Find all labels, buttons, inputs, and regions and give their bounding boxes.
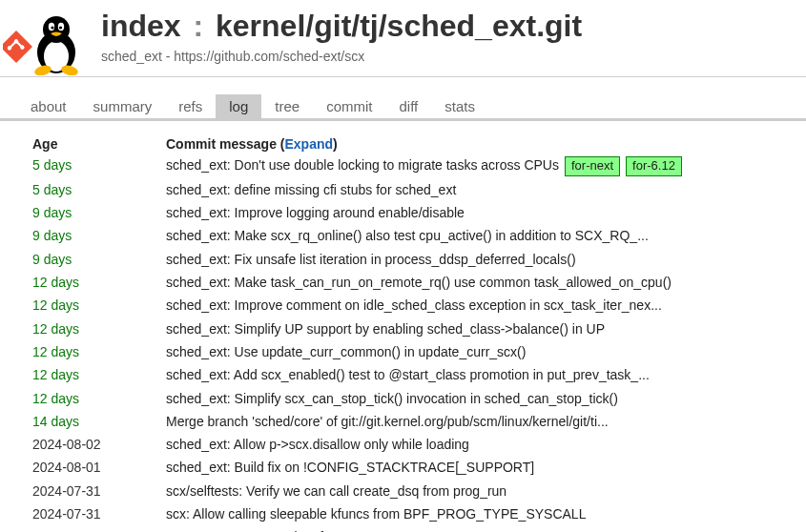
logo[interactable] [0, 8, 92, 76]
table-row: 5 dayssched_ext: define missing cfi stub… [32, 178, 783, 201]
commit-age[interactable]: 2024-07-31 [32, 502, 166, 525]
commit-message[interactable]: scx: Allow calling sleepable kfuncs from… [166, 502, 783, 525]
commit-age[interactable]: 2024-08-01 [32, 456, 166, 479]
repo-subtitle: sched_ext - https://github.com/sched-ext… [92, 43, 806, 64]
commit-message[interactable]: sched_ext: Fix unsafe list iteration in … [166, 248, 783, 271]
commit-age[interactable]: 9 days [32, 224, 166, 247]
tab-diff[interactable]: diff [385, 94, 431, 118]
commit-message-header: Commit message (Expand) [166, 134, 783, 153]
tab-commit[interactable]: commit [313, 94, 385, 118]
commit-message[interactable]: sched_ext: Build fix on !CONFIG_STACKTRA… [166, 456, 783, 479]
svg-point-12 [59, 26, 62, 29]
commit-message[interactable]: sched_ext: Simplify scx_can_stop_tick() … [166, 387, 783, 410]
tab-stats[interactable]: stats [431, 94, 488, 118]
commit-message[interactable]: Merge branch 'sched/core' of git://git.k… [166, 410, 783, 433]
commit-message[interactable]: sched_ext: Simplify UP support by enabli… [166, 317, 783, 340]
table-row: 9 dayssched_ext: Make scx_rq_online() al… [32, 224, 783, 247]
commit-message[interactable]: sched_ext: Make task_can_run_on_remote_r… [166, 271, 783, 294]
commit-message[interactable]: Merge tag 'v6.11-rc1' into for-6.12 [166, 525, 783, 532]
table-row: 14 daysMerge branch 'sched/core' of git:… [32, 410, 783, 433]
tab-about[interactable]: about [17, 94, 80, 118]
commit-message[interactable]: sched_ext: Add scx_enabled() test to @st… [166, 363, 783, 386]
commit-message[interactable]: sched_ext: Allow p->scx.disallow only wh… [166, 433, 783, 456]
svg-rect-0 [3, 31, 32, 63]
table-row: 12 dayssched_ext: Simplify scx_can_stop_… [32, 387, 783, 410]
tab-summary[interactable]: summary [80, 94, 166, 118]
svg-point-8 [43, 16, 70, 43]
commit-age[interactable]: 2024-07-30 [32, 525, 166, 532]
table-row: 9 dayssched_ext: Improve logging around … [32, 201, 783, 224]
table-row: 2024-07-31scx: Allow calling sleepable k… [32, 502, 783, 525]
index-link[interactable]: index [101, 9, 181, 43]
commit-age[interactable]: 12 days [32, 387, 166, 410]
commit-message[interactable]: sched_ext: Use update_curr_common() in u… [166, 340, 783, 363]
commit-age[interactable]: 14 days [32, 410, 166, 433]
commit-age[interactable]: 5 days [32, 178, 166, 201]
commit-age[interactable]: 9 days [32, 201, 166, 224]
commit-age[interactable]: 2024-07-31 [32, 480, 166, 502]
table-row: 2024-07-31scx/selftests: Verify we can c… [32, 480, 783, 502]
title-colon: : [189, 9, 207, 43]
table-row: 2024-08-01sched_ext: Build fix on !CONFI… [32, 456, 783, 479]
table-row: 2024-08-02sched_ext: Allow p->scx.disall… [32, 433, 783, 456]
commit-age[interactable]: 12 days [32, 294, 166, 317]
commit-age[interactable]: 12 days [32, 340, 166, 363]
commit-message[interactable]: sched_ext: define missing cfi stubs for … [166, 178, 783, 201]
table-row: 5 dayssched_ext: Don't use double lockin… [32, 153, 783, 178]
commit-age[interactable]: 9 days [32, 248, 166, 271]
header-content: index : kernel/git/tj/sched_ext.git sche… [92, 8, 806, 72]
commit-message[interactable]: sched_ext: Improve comment on idle_sched… [166, 294, 783, 317]
svg-point-11 [51, 26, 53, 29]
tab-refs[interactable]: refs [165, 94, 216, 118]
commit-message[interactable]: sched_ext: Make scx_rq_online() also tes… [166, 224, 783, 247]
table-row: 12 dayssched_ext: Use update_curr_common… [32, 340, 783, 363]
commit-message[interactable]: scx/selftests: Verify we can call create… [166, 480, 783, 502]
branch-tag[interactable]: for-6.12 [626, 156, 682, 176]
branch-tag[interactable]: for-next [565, 156, 620, 176]
repo-name[interactable]: kernel/git/tj/sched_ext.git [216, 9, 582, 43]
table-row: 2024-07-30Merge tag 'v6.11-rc1' into for… [32, 525, 783, 532]
table-row: 12 dayssched_ext: Make task_can_run_on_r… [32, 271, 783, 294]
commit-age[interactable]: 5 days [32, 153, 166, 178]
commit-age[interactable]: 2024-08-02 [32, 433, 166, 456]
table-row: 12 dayssched_ext: Improve comment on idl… [32, 294, 783, 317]
tab-log[interactable]: log [216, 94, 261, 118]
page-header: index : kernel/git/tj/sched_ext.git sche… [0, 0, 806, 77]
table-row: 9 dayssched_ext: Fix unsafe list iterati… [32, 248, 783, 271]
table-row: 12 dayssched_ext: Add scx_enabled() test… [32, 363, 783, 386]
tab-tree[interactable]: tree [261, 94, 313, 118]
table-row: 12 dayssched_ext: Simplify UP support by… [32, 317, 783, 340]
log-content: Age Commit message (Expand) 5 dayssched_… [0, 121, 806, 532]
commit-message[interactable]: sched_ext: Don't use double locking to m… [166, 153, 783, 178]
commit-age[interactable]: 12 days [32, 317, 166, 340]
commit-log-table: Age Commit message (Expand) 5 dayssched_… [32, 134, 783, 532]
age-header: Age [32, 134, 166, 153]
tabs-nav: aboutsummaryrefslogtreecommitdiffstats [0, 94, 806, 121]
title-row: index : kernel/git/tj/sched_ext.git [92, 10, 806, 43]
expand-link[interactable]: Expand [284, 136, 333, 152]
commit-age[interactable]: 12 days [32, 363, 166, 386]
commit-message[interactable]: sched_ext: Improve logging around enable… [166, 201, 783, 224]
commit-age[interactable]: 12 days [32, 271, 166, 294]
